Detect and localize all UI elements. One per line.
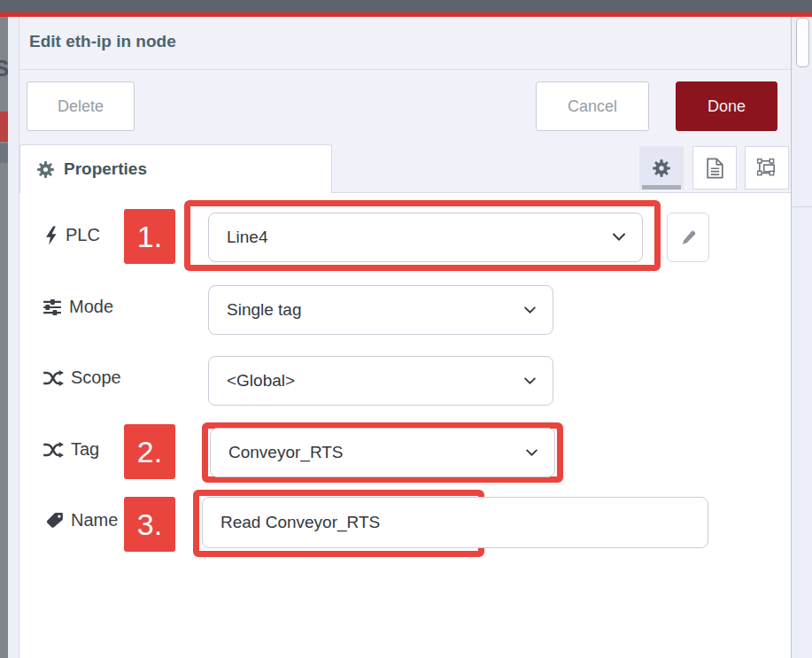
scrollbar-thumb[interactable] — [796, 18, 809, 67]
dialog-title: Edit eth-ip in node — [29, 32, 176, 51]
tab-properties-label: Properties — [64, 159, 147, 179]
chevron-down-icon — [523, 377, 537, 385]
properties-view-button[interactable] — [639, 146, 684, 190]
strip-divider — [792, 206, 812, 207]
appearance-icon — [756, 158, 777, 179]
chevron-down-icon — [612, 233, 626, 242]
tag-icon — [46, 512, 64, 530]
header-divider — [19, 69, 791, 70]
chevron-down-icon — [523, 306, 537, 314]
screen: S Edit eth-ip in node Delete Cancel Done — [0, 0, 812, 658]
plc-select[interactable]: Line4 — [208, 213, 643, 262]
annotation-badge-1: 1. — [124, 209, 175, 264]
browser-topbar — [0, 0, 812, 12]
scope-select[interactable]: <Global> — [208, 356, 553, 406]
scope-select-value: <Global> — [227, 371, 295, 391]
bolt-icon — [46, 226, 58, 245]
tag-select-value: Conveyor_RTS — [228, 443, 344, 462]
background-text-fragment: S — [0, 55, 8, 82]
delete-button[interactable]: Delete — [27, 81, 135, 131]
active-tab-indicator — [642, 185, 681, 190]
chevron-down-icon — [525, 449, 538, 457]
mode-select[interactable]: Single tag — [208, 285, 553, 335]
document-icon — [707, 158, 723, 179]
plc-select-value: Line4 — [227, 228, 268, 247]
scope-field-label: Scope — [43, 368, 121, 388]
background-workspace: S — [0, 17, 8, 658]
appearance-view-button[interactable] — [745, 146, 789, 190]
annotation-badge-2: 2. — [124, 424, 175, 479]
mode-select-value: Single tag — [227, 300, 302, 320]
tabbar-underline — [332, 192, 791, 193]
name-field-label: Name — [46, 510, 118, 530]
pencil-icon — [680, 229, 697, 246]
name-input[interactable] — [202, 497, 708, 548]
cancel-button[interactable]: Cancel — [536, 81, 649, 131]
gear-icon — [652, 159, 671, 178]
shuffle-icon — [43, 370, 64, 386]
plc-field-label: PLC — [46, 225, 100, 245]
gear-icon — [36, 160, 55, 179]
edit-tray-edge — [8, 17, 19, 658]
tag-select[interactable]: Conveyor_RTS — [210, 428, 555, 477]
edit-plc-config-button[interactable] — [667, 213, 709, 262]
edit-node-dialog: Edit eth-ip in node Delete Cancel Done — [19, 17, 791, 658]
description-view-button[interactable] — [692, 146, 737, 190]
shuffle-icon — [43, 442, 64, 458]
annotation-badge-3: 3. — [124, 497, 175, 552]
scrollbar-track[interactable] — [792, 17, 812, 658]
tag-field-label: Tag — [43, 439, 99, 460]
sliders-icon — [43, 298, 62, 316]
done-button[interactable]: Done — [676, 81, 777, 131]
tab-properties[interactable]: Properties — [19, 144, 332, 193]
background-node-fragment — [0, 143, 8, 163]
background-node-fragment — [0, 112, 8, 142]
mode-field-label: Mode — [43, 297, 113, 317]
